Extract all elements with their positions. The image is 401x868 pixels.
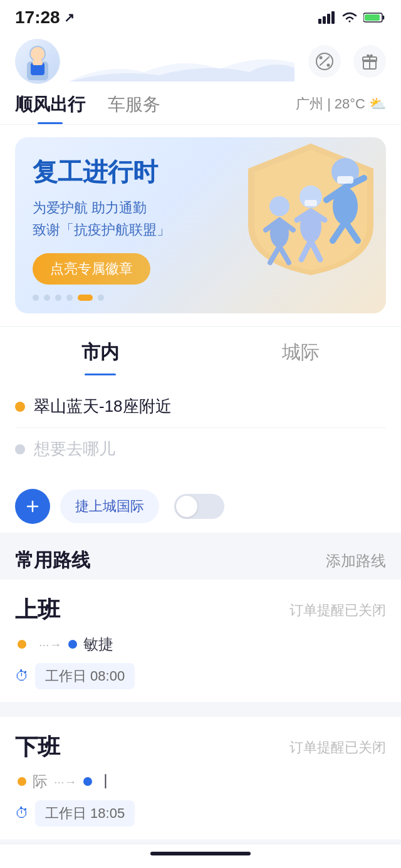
route-status: 订单提醒已关闭 — [289, 601, 386, 620]
route-card-header: 上班 订单提醒已关闭 — [15, 595, 386, 625]
mountain-decoration — [69, 50, 294, 81]
svg-rect-5 — [365, 14, 380, 21]
route-arrow-icon: ···→ — [39, 637, 62, 652]
bottom-bar — [0, 844, 401, 868]
dot-2 — [44, 295, 50, 301]
common-routes-title: 常用路线 — [15, 548, 90, 573]
banner-subtitle: 为爱护航 助力通勤 致谢「抗疫护航联盟」 — [33, 197, 217, 241]
banner-section: 复工进行时 为爱护航 助力通勤 致谢「抗疫护航联盟」 点亮专属徽章 — [0, 125, 401, 326]
status-bar: 17:28 ↗ — [0, 0, 401, 33]
route-name: 上班 — [15, 595, 60, 625]
tab-chefu[interactable]: 车服务 — [108, 84, 160, 124]
quick-row: 捷上城国际 — [0, 480, 401, 533]
wifi-icon — [341, 11, 358, 24]
svg-point-14 — [327, 64, 330, 67]
route-schedule-2: 工作日 18:05 — [35, 800, 135, 827]
route-status-2: 订单提醒已关闭 — [289, 738, 386, 757]
section-divider — [0, 709, 401, 717]
add-destination-button[interactable] — [15, 489, 50, 524]
common-routes-header: 常用路线 添加路线 — [0, 533, 401, 580]
nav-tabs: 顺风出行 车服务 — [15, 84, 160, 124]
from-dot-icon — [15, 402, 25, 412]
clock-icon-2: ⏱ — [15, 805, 29, 822]
route-arrow-icon-2: ···→ — [54, 775, 77, 789]
city-tab-intercity[interactable]: 城际 — [200, 327, 401, 375]
header-icons — [308, 45, 386, 78]
svg-point-30 — [269, 196, 289, 216]
to-dot-icon — [15, 444, 25, 454]
banner-illustration — [229, 137, 386, 313]
from-location-2: 际 — [33, 771, 48, 792]
weather-display: 广州 | 28°C ⛅ — [296, 95, 386, 113]
quick-chip-jieshang[interactable]: 捷上城国际 — [60, 489, 159, 523]
route-time-row: ⏱ 工作日 08:00 — [15, 663, 386, 689]
svg-rect-36 — [337, 176, 353, 184]
dot-5-active — [78, 295, 93, 301]
svg-rect-37 — [305, 200, 317, 206]
signal-icon — [318, 11, 336, 24]
svg-point-12 — [320, 56, 323, 60]
from-dot-2 — [18, 777, 26, 786]
banner-title: 复工进行时 — [33, 155, 217, 189]
svg-rect-0 — [318, 19, 321, 24]
gift-button[interactable] — [353, 45, 386, 78]
route-name-2: 下班 — [15, 732, 60, 763]
dot-1 — [33, 295, 39, 301]
to-dot-2 — [83, 777, 92, 786]
city-tabs: 市内 城际 — [0, 327, 401, 375]
dot-4 — [66, 295, 73, 301]
svg-rect-1 — [323, 16, 326, 24]
to-input-row[interactable]: 想要去哪儿 — [15, 428, 386, 470]
svg-point-8 — [31, 47, 44, 61]
banner-button[interactable]: 点亮专属徽章 — [33, 253, 150, 285]
from-input[interactable]: 翠山蓝天-18座附近 — [34, 395, 172, 417]
status-time: 17:28 ↗ — [15, 8, 75, 28]
to-input[interactable]: 想要去哪儿 — [34, 438, 115, 460]
dot-6 — [98, 295, 104, 301]
toggle-switch[interactable] — [174, 494, 224, 519]
route-card-shangban[interactable]: 上班 订单提醒已关闭 ···→ 敏捷 ⏱ 工作日 08:00 — [0, 580, 401, 702]
route-path-2: 际 ···→ 丨 — [15, 771, 386, 792]
dot-3 — [55, 295, 61, 301]
toggle-area — [174, 494, 224, 519]
route-card-header-2: 下班 订单提醒已关闭 — [15, 732, 386, 763]
add-route-button[interactable]: 添加路线 — [326, 551, 386, 571]
status-icons — [318, 11, 386, 24]
route-time-row-2: ⏱ 工作日 18:05 — [15, 800, 386, 827]
to-location: 敏捷 — [83, 634, 113, 654]
tab-shunfeng[interactable]: 顺风出行 — [15, 84, 85, 124]
from-input-row[interactable]: 翠山蓝天-18座附近 — [15, 385, 386, 428]
clock-icon: ⏱ — [15, 668, 29, 684]
route-card-xiaban[interactable]: 下班 订单提醒已关闭 际 ···→ 丨 ⏱ 工作日 18:05 — [0, 717, 401, 839]
location-arrow-icon: ↗ — [64, 10, 75, 25]
svg-rect-3 — [331, 11, 335, 24]
search-area: 翠山蓝天-18座附近 想要去哪儿 — [0, 375, 401, 480]
city-tab-urban[interactable]: 市内 — [0, 327, 200, 375]
route-schedule: 工作日 08:00 — [35, 663, 135, 689]
to-location-2: 丨 — [98, 771, 113, 792]
home-indicator — [150, 852, 251, 855]
svg-rect-10 — [33, 60, 43, 65]
battery-icon — [363, 11, 386, 24]
header — [0, 33, 401, 84]
route-path: ···→ 敏捷 — [15, 634, 386, 654]
weather-icon: ⛅ — [369, 96, 386, 112]
banner-card: 复工进行时 为爱护航 助力通勤 致谢「抗疫护航联盟」 点亮专属徽章 — [15, 137, 386, 313]
svg-rect-2 — [327, 14, 330, 24]
coupon-button[interactable] — [308, 45, 341, 78]
from-dot — [18, 640, 26, 649]
toggle-knob — [176, 496, 197, 517]
avatar[interactable] — [15, 39, 60, 84]
to-dot — [68, 640, 77, 649]
nav-area: 顺风出行 车服务 广州 | 28°C ⛅ — [0, 84, 401, 125]
